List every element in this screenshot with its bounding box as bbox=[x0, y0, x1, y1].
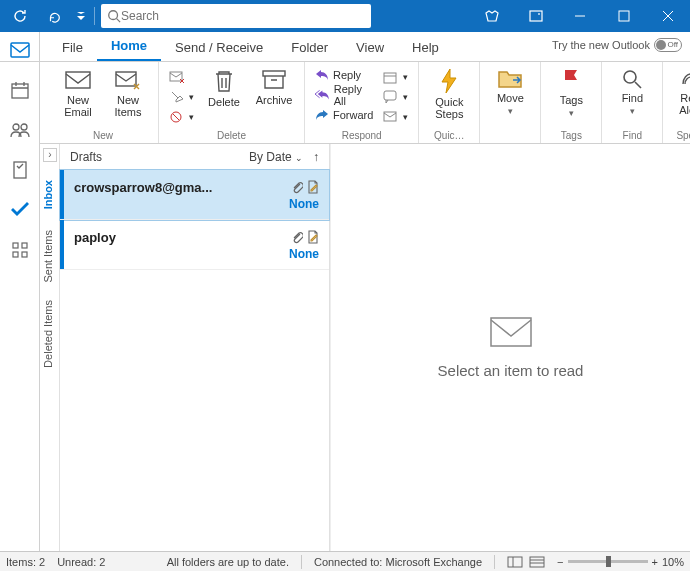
group-delete-label: Delete bbox=[167, 130, 296, 143]
attachment-icon bbox=[291, 180, 303, 195]
message-list-header: Drafts By Date ⌄ ↑ bbox=[60, 144, 329, 170]
delete-button[interactable]: Delete bbox=[202, 66, 246, 108]
people-rail-icon[interactable] bbox=[6, 118, 34, 142]
group-new: New Email New Items New bbox=[48, 62, 159, 143]
archive-button[interactable]: Archive bbox=[252, 66, 296, 106]
svg-rect-10 bbox=[13, 252, 18, 257]
new-email-label: New Email bbox=[64, 94, 92, 118]
qat-dropdown-icon[interactable] bbox=[74, 2, 88, 30]
premium-icon[interactable] bbox=[470, 0, 514, 32]
tab-help[interactable]: Help bbox=[398, 34, 453, 61]
junk-button[interactable]: ▾ bbox=[167, 108, 196, 126]
new-items-label: New Items bbox=[115, 94, 142, 118]
tasks-rail-icon[interactable] bbox=[6, 158, 34, 182]
message-list: Drafts By Date ⌄ ↑ crowsparrow8@gma... N… bbox=[60, 144, 330, 551]
magnifier-icon bbox=[621, 68, 643, 90]
zoom-slider[interactable]: − + 10% bbox=[557, 556, 684, 568]
expand-folder-pane-button[interactable]: › bbox=[43, 148, 57, 162]
group-move: Move ▾ bbox=[480, 62, 541, 143]
ignore-icon bbox=[169, 70, 185, 84]
status-items: Items: 2 bbox=[6, 556, 45, 568]
more-respond-button[interactable]: ▾ bbox=[381, 108, 410, 126]
ribbon-display-icon[interactable] bbox=[514, 0, 558, 32]
svg-rect-13 bbox=[116, 72, 136, 86]
tab-file[interactable]: File bbox=[48, 34, 97, 61]
status-connection: Connected to: Microsoft Exchange bbox=[314, 556, 482, 568]
ignore-button[interactable] bbox=[167, 68, 196, 86]
message-from: crowsparrow8@gma... bbox=[74, 180, 212, 195]
try-new-outlook[interactable]: Try the new Outlook Off bbox=[552, 38, 682, 52]
draft-icon bbox=[307, 230, 319, 245]
envelope-large-icon bbox=[489, 316, 533, 348]
tab-view[interactable]: View bbox=[342, 34, 398, 61]
zoom-in-icon[interactable]: + bbox=[652, 556, 658, 568]
quick-steps-button[interactable]: Quick Steps bbox=[427, 66, 471, 120]
view-reading-icon[interactable] bbox=[529, 556, 545, 568]
more-rail-icon[interactable] bbox=[6, 238, 34, 262]
refresh-icon[interactable] bbox=[6, 2, 34, 30]
find-button[interactable]: Find ▾ bbox=[610, 66, 654, 116]
tags-button[interactable]: Tags ▾ bbox=[549, 66, 593, 118]
calendar-rail-icon[interactable] bbox=[6, 78, 34, 102]
tab-send-receive[interactable]: Send / Receive bbox=[161, 34, 277, 61]
attachment-icon bbox=[291, 230, 303, 245]
undo-icon[interactable] bbox=[40, 2, 68, 30]
svg-rect-7 bbox=[14, 162, 26, 178]
svg-point-6 bbox=[21, 124, 27, 130]
svg-rect-17 bbox=[384, 73, 396, 83]
move-label: Move bbox=[497, 92, 524, 104]
read-aloud-icon bbox=[680, 68, 690, 90]
broom-icon bbox=[169, 90, 185, 104]
forward-icon bbox=[315, 109, 329, 121]
maximize-button[interactable] bbox=[602, 0, 646, 32]
sort-arrow-icon: ↑ bbox=[313, 150, 319, 164]
todo-rail-icon[interactable] bbox=[6, 198, 34, 222]
folder-title: Drafts bbox=[70, 150, 102, 164]
new-items-button[interactable]: New Items bbox=[106, 66, 150, 118]
group-speech-label: Speech bbox=[671, 130, 690, 143]
ribbon-tabs: File Home Send / Receive Folder View Hel… bbox=[0, 32, 690, 62]
message-item[interactable]: paploy None bbox=[60, 220, 329, 270]
work-area: › Inbox Sent Items Deleted Items Drafts … bbox=[40, 144, 690, 551]
folder-inbox[interactable]: Inbox bbox=[42, 174, 58, 215]
read-aloud-button[interactable]: Read Aloud bbox=[671, 66, 690, 116]
reply-all-button[interactable]: Reply All bbox=[313, 86, 375, 104]
svg-point-20 bbox=[624, 71, 636, 83]
cleanup-button[interactable]: ▾ bbox=[167, 88, 196, 106]
svg-rect-25 bbox=[491, 318, 531, 346]
forward-button[interactable]: Forward bbox=[313, 106, 375, 124]
toggle-off-icon[interactable]: Off bbox=[654, 38, 682, 52]
try-new-label: Try the new Outlook bbox=[552, 39, 650, 51]
share-button[interactable]: ▾ bbox=[381, 88, 410, 106]
group-new-label: New bbox=[56, 130, 150, 143]
new-email-button[interactable]: New Email bbox=[56, 66, 100, 118]
sort-button[interactable]: By Date ⌄ ↑ bbox=[249, 150, 319, 164]
tab-folder[interactable]: Folder bbox=[277, 34, 342, 61]
meeting-button[interactable]: ▾ bbox=[381, 68, 410, 86]
folder-sent[interactable]: Sent Items bbox=[42, 224, 58, 289]
minimize-button[interactable] bbox=[558, 0, 602, 32]
group-quick: Quick Steps Quic… bbox=[419, 62, 480, 143]
svg-rect-27 bbox=[530, 557, 544, 567]
message-category: None bbox=[74, 197, 319, 211]
folder-deleted[interactable]: Deleted Items bbox=[42, 294, 58, 374]
move-button[interactable]: Move ▾ bbox=[488, 66, 532, 116]
message-category: None bbox=[74, 247, 319, 261]
junk-icon bbox=[169, 110, 185, 124]
tab-home[interactable]: Home bbox=[97, 32, 161, 61]
message-item[interactable]: crowsparrow8@gma... None bbox=[60, 170, 329, 220]
reply-button[interactable]: Reply bbox=[313, 66, 375, 84]
find-label: Find bbox=[622, 92, 643, 104]
search-box[interactable] bbox=[101, 4, 371, 28]
svg-rect-26 bbox=[508, 557, 522, 567]
left-rail bbox=[0, 32, 40, 551]
zoom-out-icon[interactable]: − bbox=[557, 556, 563, 568]
view-normal-icon[interactable] bbox=[507, 556, 523, 568]
folder-bar: › Inbox Sent Items Deleted Items bbox=[40, 144, 60, 551]
search-input[interactable] bbox=[121, 9, 365, 23]
tags-label: Tags bbox=[560, 94, 583, 106]
status-bar: Items: 2 Unread: 2 All folders are up to… bbox=[0, 551, 690, 571]
svg-rect-8 bbox=[13, 243, 18, 248]
reply-all-icon bbox=[315, 89, 330, 101]
close-button[interactable] bbox=[646, 0, 690, 32]
